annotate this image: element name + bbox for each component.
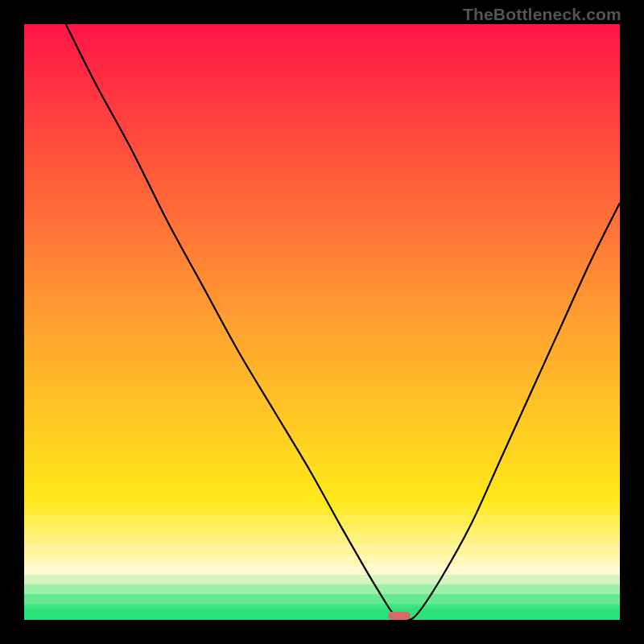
- chart-stage: TheBottleneck.com: [0, 0, 644, 644]
- plot-area: [24, 24, 620, 620]
- optimal-marker: [388, 612, 411, 620]
- curve-svg: [24, 24, 620, 620]
- bottleneck-curve: [66, 24, 620, 620]
- watermark-text: TheBottleneck.com: [463, 5, 621, 24]
